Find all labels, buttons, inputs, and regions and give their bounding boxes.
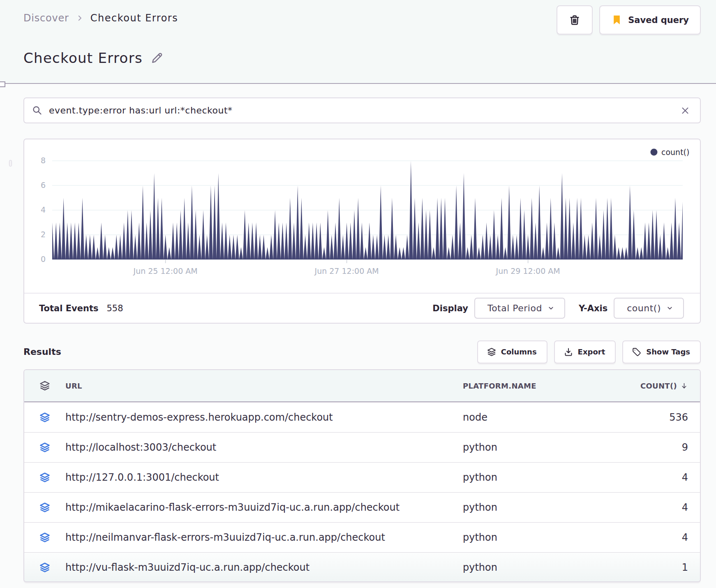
platform-cell: python: [463, 472, 650, 483]
results-table: URL PLATFORM.NAME COUNT() http://sentry-…: [23, 369, 701, 582]
count-cell: 4: [650, 532, 700, 543]
stack-icon[interactable]: [24, 502, 65, 513]
trash-icon: [568, 14, 581, 26]
stack-icon[interactable]: [24, 442, 65, 453]
svg-text:Jun 29 12:00 AM: Jun 29 12:00 AM: [496, 266, 560, 275]
search-query-input[interactable]: event.type:error has:url url:*checkout*: [49, 105, 680, 116]
table-row[interactable]: http://neilmanvar-flask-errors-m3uuizd7i…: [24, 522, 700, 552]
column-header-count[interactable]: COUNT(): [650, 382, 700, 390]
svg-text:Jun 25 12:00 AM: Jun 25 12:00 AM: [133, 266, 198, 275]
tag-icon: [632, 347, 642, 357]
table-row[interactable]: http://vu-flask-m3uuizd7iq-uc.a.run.app/…: [24, 552, 700, 582]
column-header-url[interactable]: URL: [65, 382, 463, 390]
chevron-down-icon: [666, 305, 673, 312]
svg-text:6: 6: [41, 181, 46, 190]
url-cell[interactable]: http://neilmanvar-flask-errors-m3uuizd7i…: [65, 532, 463, 543]
url-cell[interactable]: http://127.0.0.1:3001/checkout: [65, 472, 463, 483]
results-header-row: Results Columns Export Show Tags: [23, 340, 701, 363]
platform-cell: python: [463, 502, 650, 513]
export-label: Export: [578, 347, 605, 356]
platform-cell: python: [463, 562, 650, 573]
svg-text:4: 4: [41, 205, 46, 214]
count-header-label: COUNT(): [640, 382, 677, 390]
area-chart: 02468Jun 25 12:00 AMJun 27 12:00 AMJun 2…: [24, 139, 700, 293]
count-cell: 9: [650, 442, 700, 453]
sort-desc-arrow-icon: [680, 382, 688, 390]
bookmark-icon: [611, 14, 622, 25]
chart-footer: Total Events 558 Display Total Period Y-…: [24, 293, 700, 323]
page-title: Checkout Errors: [23, 50, 143, 66]
yaxis-label: Y-Axis: [579, 303, 607, 313]
count-cell: 1: [650, 562, 700, 573]
stack-icon: [487, 347, 497, 357]
download-icon: [564, 347, 573, 357]
edit-title-pencil-icon[interactable]: [150, 51, 164, 65]
search-bar[interactable]: event.type:error has:url url:*checkout*: [23, 97, 701, 123]
chevron-right-icon: [76, 14, 83, 22]
platform-cell: python: [463, 532, 650, 543]
sidebar-collapse-handle[interactable]: [9, 160, 12, 167]
platform-cell: node: [463, 412, 650, 423]
svg-text:count(): count(): [661, 148, 689, 157]
stack-icon[interactable]: [24, 472, 65, 483]
export-button[interactable]: Export: [554, 340, 616, 363]
columns-label: Columns: [501, 347, 537, 356]
results-actions: Columns Export Show Tags: [471, 340, 701, 363]
events-chart-card: 02468Jun 25 12:00 AMJun 27 12:00 AMJun 2…: [23, 139, 701, 324]
delete-query-button[interactable]: [557, 5, 593, 35]
table-header-row: URL PLATFORM.NAME COUNT(): [24, 370, 700, 402]
header-actions: Saved query: [557, 5, 701, 35]
clear-search-icon[interactable]: [680, 106, 690, 116]
total-events-value: 558: [106, 303, 123, 313]
table-row[interactable]: http://localhost:3003/checkout python 9: [24, 432, 700, 462]
svg-text:2: 2: [41, 230, 46, 239]
svg-text:0: 0: [41, 255, 46, 264]
breadcrumb-discover[interactable]: Discover: [23, 12, 69, 24]
breadcrumb: Discover Checkout Errors: [23, 12, 178, 24]
display-dropdown[interactable]: Total Period: [474, 298, 565, 319]
display-label: Display: [432, 303, 468, 313]
yaxis-dropdown[interactable]: count(): [614, 298, 684, 319]
svg-text:Jun 27 12:00 AM: Jun 27 12:00 AM: [314, 266, 379, 275]
stack-icon[interactable]: [24, 412, 65, 423]
count-cell: 536: [650, 412, 700, 423]
header-divider: [0, 83, 716, 84]
stack-icon[interactable]: [24, 380, 65, 391]
url-cell[interactable]: http://vu-flask-m3uuizd7iq-uc.a.run.app/…: [65, 562, 463, 573]
table-row[interactable]: http://127.0.0.1:3001/checkout python 4: [24, 462, 700, 492]
count-cell: 4: [650, 472, 700, 483]
events-chart[interactable]: 02468Jun 25 12:00 AMJun 27 12:00 AMJun 2…: [24, 139, 700, 293]
sidebar-edge-notch[interactable]: [0, 81, 5, 87]
columns-button[interactable]: Columns: [477, 340, 547, 363]
url-cell[interactable]: http://sentry-demos-express.herokuapp.co…: [65, 412, 463, 423]
show-tags-label: Show Tags: [646, 347, 690, 356]
stack-icon[interactable]: [24, 532, 65, 543]
search-icon: [32, 105, 43, 116]
show-tags-button[interactable]: Show Tags: [622, 340, 701, 363]
breadcrumb-current: Checkout Errors: [90, 12, 178, 24]
url-cell[interactable]: http://mikaelacarino-flask-errors-m3uuiz…: [65, 502, 463, 513]
stack-icon[interactable]: [24, 562, 65, 573]
total-events-label: Total Events: [39, 303, 98, 313]
display-dropdown-value: Total Period: [487, 303, 542, 313]
yaxis-dropdown-value: count(): [627, 303, 661, 313]
table-row[interactable]: http://mikaelacarino-flask-errors-m3uuiz…: [24, 492, 700, 522]
count-cell: 4: [650, 502, 700, 513]
chevron-down-icon: [547, 305, 554, 312]
platform-cell: python: [463, 442, 650, 453]
column-header-platform[interactable]: PLATFORM.NAME: [463, 382, 650, 390]
page-title-row: Checkout Errors: [23, 50, 164, 66]
table-row[interactable]: http://sentry-demos-express.herokuapp.co…: [24, 402, 700, 432]
results-heading: Results: [23, 347, 61, 357]
saved-query-label: Saved query: [628, 15, 689, 25]
url-cell[interactable]: http://localhost:3003/checkout: [65, 442, 463, 453]
saved-query-button[interactable]: Saved query: [599, 5, 701, 35]
svg-text:8: 8: [41, 156, 46, 165]
